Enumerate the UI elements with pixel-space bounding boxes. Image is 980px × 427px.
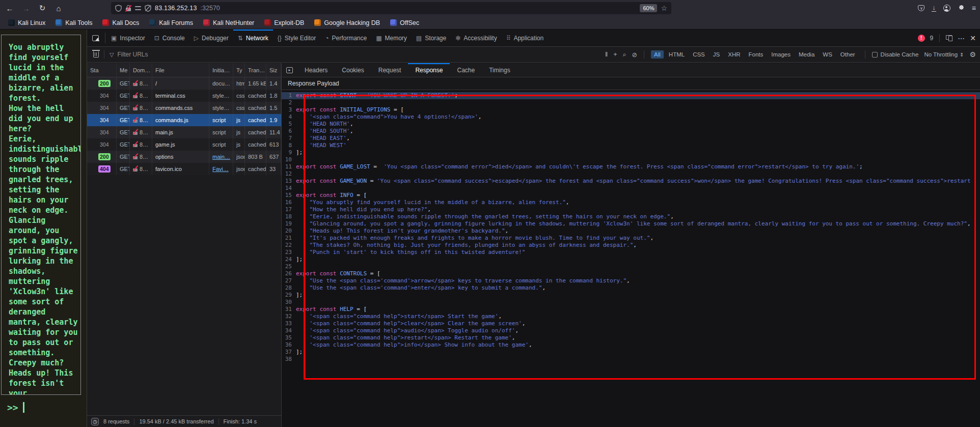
bookmark-item[interactable]: Kali Docs	[98, 18, 143, 27]
request-initiator[interactable]: script	[212, 117, 226, 123]
timing-clock-icon[interactable]: ◷	[91, 418, 99, 425]
devtools-tab[interactable]: ⊡ Console	[150, 30, 189, 46]
reload-button[interactable]: ↻	[36, 2, 49, 14]
disable-cache-checkbox[interactable]	[872, 52, 878, 58]
code-line: 12	[282, 170, 980, 178]
devtools-tab[interactable]: ▦ Memory	[371, 30, 412, 46]
pause-traffic-icon[interactable]: ‖	[605, 51, 608, 58]
pocket-icon[interactable]: ∨	[918, 5, 924, 11]
account-icon[interactable]	[943, 5, 950, 12]
column-header[interactable]: Tran…	[245, 63, 266, 77]
request-row[interactable]: 304 GET 8… main.js script js cached 11.4	[87, 126, 281, 138]
details-tab[interactable]: Timings	[482, 63, 518, 77]
sidebar-toggle-button[interactable]: ▸	[282, 63, 297, 77]
type-filter-button[interactable]: Fonts	[746, 50, 767, 59]
request-row[interactable]: 304 GET 8… commands.js script js cached …	[87, 114, 281, 126]
responsive-mode-icon[interactable]	[946, 35, 952, 41]
request-initiator[interactable]: style…	[212, 93, 230, 99]
error-count[interactable]: 9	[930, 35, 934, 42]
details-tab[interactable]: Cache	[450, 63, 482, 77]
terminal-prompt[interactable]: >>	[7, 402, 24, 413]
url-bar[interactable]: 83.136.252.13:32570 60% ☆	[111, 2, 671, 14]
line-number: 12	[282, 170, 296, 178]
details-tab[interactable]: Request	[371, 63, 409, 77]
error-badge-icon[interactable]: !	[918, 35, 925, 42]
request-initiator[interactable]: script	[212, 141, 226, 148]
request-initiator[interactable]: docu…	[212, 80, 230, 87]
add-icon[interactable]: +	[613, 51, 617, 58]
bookmark-item[interactable]: Kali Linux	[4, 18, 49, 27]
request-row[interactable]: 200 GET 8… options main… jsor 803 B 637	[87, 151, 281, 163]
pick-element-button[interactable]	[87, 30, 104, 46]
request-row[interactable]: 200 GET 8… / docu… htm 1.65 kB 1.4	[87, 77, 281, 90]
devtools-tab[interactable]: ▤ Storage	[412, 30, 451, 46]
devtools-tab[interactable]: ✻ Accessibility	[451, 30, 501, 46]
devtools-tab[interactable]: ▣ Inspector	[106, 30, 150, 46]
column-header[interactable]: Sta	[87, 63, 117, 77]
type-filter-button[interactable]: XHR	[725, 50, 743, 59]
home-button[interactable]: ⌂	[52, 2, 65, 14]
type-filter-button[interactable]: JS	[710, 50, 723, 59]
devtools-tab-icon: ✻	[455, 35, 460, 42]
devtools-tab[interactable]: ▷ Debugger	[189, 30, 233, 46]
bookmark-item[interactable]: Kali Tools	[51, 18, 96, 27]
bookmark-item[interactable]: Kali Forums	[145, 18, 197, 27]
column-header[interactable]: Me	[117, 63, 130, 77]
column-header[interactable]: File	[152, 63, 209, 77]
disable-cache-toggle[interactable]: Disable Cache	[872, 51, 919, 58]
devtools-tab[interactable]: ◔ Performance	[320, 30, 371, 46]
devtools-tab[interactable]: ⇅ Network	[233, 30, 273, 46]
extensions-puzzle-icon[interactable]	[958, 5, 965, 12]
browser-toolbar: ← → ↻ ⌂ 83.136.252.13:32570 60% ☆ ∨ ↓ ≡	[0, 0, 980, 16]
request-row[interactable]: 304 GET 8… commands.css style… css cache…	[87, 102, 281, 114]
bookmark-item[interactable]: Exploit-DB	[260, 18, 308, 27]
permissions-icon[interactable]	[135, 5, 141, 11]
type-filter-button[interactable]: CSS	[690, 50, 708, 59]
request-initiator[interactable]: style…	[212, 105, 230, 111]
insecure-lock-icon[interactable]	[125, 5, 131, 12]
response-code-viewer[interactable]: 1 export const START = 'YOU WAKE UP IN A…	[282, 90, 980, 427]
bookmark-item[interactable]: OffSec	[386, 18, 423, 27]
filter-urls-input[interactable]: ▽ Filter URLs	[110, 51, 601, 58]
throttling-select[interactable]: No Throttling ⇕	[924, 51, 964, 58]
type-filter-button[interactable]: Other	[837, 50, 858, 59]
devtools-tab[interactable]: ⠿ Application	[502, 30, 549, 46]
request-initiator[interactable]: script	[212, 129, 226, 135]
downloads-icon[interactable]: ↓	[932, 5, 936, 12]
clear-requests-icon[interactable]	[93, 51, 99, 58]
type-filter-button[interactable]: All	[651, 50, 664, 59]
bookmark-star-icon[interactable]: ☆	[661, 4, 667, 12]
zoom-level-badge[interactable]: 60%	[640, 4, 657, 12]
type-filter-button[interactable]: Media	[796, 50, 818, 59]
details-tab[interactable]: Cookies	[335, 63, 371, 77]
request-row[interactable]: 404 GET 8… favicon.ico Favi… jsor cached…	[87, 163, 281, 175]
bookmark-item[interactable]: Google Hacking DB	[310, 18, 384, 27]
block-request-icon[interactable]: ⊘	[632, 51, 637, 59]
search-icon[interactable]: ⌕	[623, 51, 627, 59]
menu-icon[interactable]: ≡	[972, 4, 976, 12]
column-header[interactable]: Ty	[233, 63, 245, 77]
status-code: 304	[98, 104, 111, 111]
devtools-tab-icon: ◔	[325, 35, 329, 42]
devtools-tab[interactable]: {} Style Editor	[273, 30, 320, 46]
request-initiator[interactable]: main…	[212, 154, 230, 160]
devtools-close-icon[interactable]: ✕	[970, 34, 976, 42]
request-row[interactable]: 304 GET 8… game.js script js cached 613	[87, 138, 281, 151]
shield-icon[interactable]	[115, 5, 122, 12]
network-settings-gear-icon[interactable]: ⚙	[969, 50, 976, 59]
column-header[interactable]: Siz	[266, 63, 281, 77]
details-tab[interactable]: Response	[408, 63, 450, 77]
type-filter-button[interactable]: Images	[768, 50, 794, 59]
details-tab[interactable]: Headers	[297, 63, 335, 77]
forward-button[interactable]: →	[19, 2, 33, 14]
type-filter-button[interactable]: HTML	[666, 50, 688, 59]
column-header[interactable]: Initia…	[209, 63, 233, 77]
request-row[interactable]: 304 GET 8… terminal.css style… css cache…	[87, 90, 281, 102]
bookmark-item[interactable]: Kali NetHunter	[199, 18, 258, 27]
request-initiator[interactable]: Favi…	[212, 166, 229, 172]
back-button[interactable]: ←	[3, 2, 16, 14]
type-filter-button[interactable]: WS	[820, 50, 835, 59]
column-header[interactable]: Dom…	[130, 63, 152, 77]
shield-disabled-icon[interactable]	[145, 5, 151, 12]
devtools-meatball-menu-icon[interactable]: ⋯	[958, 34, 965, 42]
